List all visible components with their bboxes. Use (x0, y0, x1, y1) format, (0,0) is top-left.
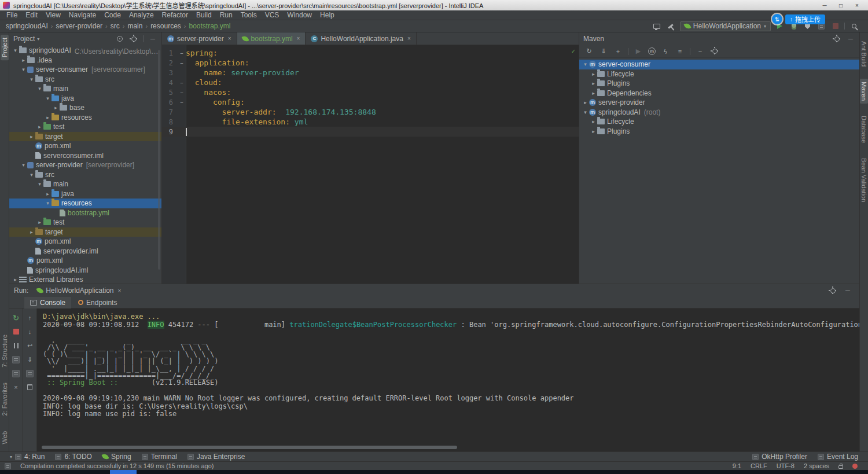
editor-line[interactable]: 9 (162, 127, 579, 137)
down-stack-trace-icon[interactable]: ↓ (25, 327, 35, 336)
tree-collapse-icon[interactable]: ▾ (28, 172, 35, 178)
scroll-to-end-icon[interactable]: ⇓ (25, 355, 35, 364)
tool-window-toggle-icon[interactable] (5, 463, 11, 469)
editor-line[interactable]: 8 file-extension: yml (162, 117, 579, 127)
project-row-test[interactable]: ▸test (9, 122, 161, 132)
tree-collapse-icon[interactable]: ▾ (36, 86, 43, 91)
project-row-resources[interactable]: ▾resources (9, 199, 161, 208)
fold-collapse-icon[interactable]: − (178, 50, 186, 56)
maven-row-springcloudai[interactable]: ▾mspringcloudAI(root) (579, 108, 859, 117)
menu-file[interactable]: File (2, 11, 21, 19)
run-config-select[interactable]: HelloWorldApplication ▾ (680, 21, 771, 31)
maven-toggle-skip-tests-icon[interactable]: ϟ (661, 47, 670, 56)
maven-row-lifecycle[interactable]: ▸Lifecycle (579, 117, 859, 127)
console-output[interactable]: D:\java\jdk\bin\java.exe ...2020-09-08 0… (37, 308, 859, 451)
hide-panel-icon[interactable]: ─ (843, 286, 852, 295)
tool-window-button-java-enterprise[interactable]: Java Enterprise (182, 452, 250, 461)
settings-gear-icon[interactable] (129, 34, 138, 43)
editor-body[interactable]: 1−spring:2− application:3 name: server-p… (162, 45, 579, 284)
menu-edit[interactable]: Edit (21, 11, 42, 19)
tree-expand-icon[interactable]: ▸ (28, 134, 35, 139)
notifications-icon[interactable] (852, 464, 858, 469)
tree-collapse-icon[interactable]: ▾ (44, 95, 52, 101)
tree-expand-icon[interactable]: ▸ (590, 128, 597, 134)
statusbar-widget-okhttp-profiler[interactable]: OkHttp Profiler (747, 452, 812, 461)
hammer-build-icon[interactable] (666, 21, 676, 31)
project-row-server-consumer[interactable]: ▾server-consumer[serverconsumer] (9, 65, 161, 75)
menu-refactor[interactable]: Refactor (158, 11, 192, 19)
maven-download-sources-icon[interactable]: ⇓ (599, 47, 608, 56)
project-row-springcloudai-iml[interactable]: springcloudAI.iml (9, 266, 161, 275)
readonly-lock-icon[interactable] (838, 465, 843, 469)
maximize-button[interactable]: □ (833, 2, 849, 9)
tool-window-button-ant-build[interactable]: Ant Build (860, 38, 868, 69)
tree-expand-icon[interactable]: ▸ (28, 229, 35, 235)
menu-code[interactable]: Code (100, 11, 125, 19)
menu-analyze[interactable]: Analyze (125, 11, 158, 19)
close-icon[interactable]: × (12, 383, 21, 392)
print-icon[interactable] (25, 369, 35, 378)
tool-window-button-4-run[interactable]: ▾4: Run (5, 452, 50, 461)
project-row-java[interactable]: ▾java (9, 94, 161, 104)
pause-output-icon[interactable] (12, 341, 21, 350)
project-scrollbar[interactable] (158, 50, 160, 270)
dropdown-caret-icon[interactable]: ▾ (10, 454, 12, 460)
breadcrumb-server-provider[interactable]: server-provider (56, 22, 102, 30)
indent-widget[interactable]: 2 spaces (804, 462, 829, 469)
monitor-icon[interactable] (652, 21, 662, 31)
tool-window-button-spring[interactable]: Spring (97, 452, 137, 461)
stop-icon[interactable] (12, 327, 21, 336)
locate-file-icon[interactable] (115, 34, 124, 43)
maven-refresh-icon[interactable]: ↻ (584, 47, 594, 56)
soft-wrap-icon[interactable]: ↩ (25, 341, 35, 350)
tree-expand-icon[interactable]: ▸ (12, 277, 19, 282)
project-row-base[interactable]: ▸base (9, 103, 161, 113)
project-row-pom-xml[interactable]: mpom.xml (9, 256, 161, 266)
menu-tools[interactable]: Tools (237, 11, 261, 19)
maven-row-lifecycle[interactable]: ▸Lifecycle (579, 69, 859, 79)
project-row-springcloudai[interactable]: ▾springcloudAIC:\Users\reality\Desktop\学… (9, 46, 161, 56)
editor-line[interactable]: 3 name: server-provider (162, 68, 579, 78)
close-tab-icon[interactable]: × (228, 35, 231, 42)
project-row-target[interactable]: ▸target (9, 132, 161, 142)
breadcrumb-main[interactable]: main (127, 22, 142, 30)
tree-expand-icon[interactable]: ▸ (36, 124, 43, 130)
maven-show-dependencies-icon[interactable]: ≡ (675, 47, 685, 56)
rerun-icon[interactable]: ↻ (12, 313, 21, 322)
maven-row-server-consumer[interactable]: ▾mserver-consumer (579, 60, 859, 69)
maven-execute-goal-icon[interactable]: m (648, 47, 656, 55)
maven-row-server-provider[interactable]: ▸mserver-provider (579, 98, 859, 108)
project-row-serverconsumer-iml[interactable]: serverconsumer.iml (9, 151, 161, 161)
project-row-main[interactable]: ▾main (9, 84, 161, 94)
project-row-resources[interactable]: ▸resources (9, 113, 161, 123)
breadcrumb-src[interactable]: src (111, 22, 120, 30)
maven-settings-icon[interactable] (710, 47, 719, 56)
drag-upload-button[interactable]: ↑ 拖拽上传 (785, 14, 825, 24)
pin-tab-icon[interactable] (12, 369, 21, 378)
tab-endpoints[interactable]: Endpoints (72, 297, 123, 308)
close-tab-icon[interactable]: × (297, 35, 300, 42)
tree-collapse-icon[interactable]: ▾ (12, 47, 19, 53)
hide-panel-icon[interactable]: ─ (846, 34, 855, 43)
tool-window-button-2-favorites[interactable]: 2: Favorites (1, 380, 9, 418)
editor-line[interactable]: 5− nacos: (162, 87, 579, 97)
tree-expand-icon[interactable]: ▸ (590, 90, 597, 96)
menu-run[interactable]: Run (216, 11, 237, 19)
menu-window[interactable]: Window (283, 11, 316, 19)
tree-expand-icon[interactable]: ▸ (52, 105, 60, 111)
tool-window-button-7-structure[interactable]: 7: Structure (1, 332, 9, 370)
fold-collapse-icon[interactable]: − (178, 80, 186, 86)
breadcrumb-bootstrap-yml[interactable]: bootstrap.yml (189, 22, 230, 30)
breadcrumb-springcloudai[interactable]: springcloudAI (6, 22, 48, 30)
settings-gear-icon[interactable] (828, 286, 837, 295)
project-row-test[interactable]: ▸test (9, 218, 161, 227)
tree-expand-icon[interactable]: ▸ (590, 119, 597, 124)
editor-tab-server-provider[interactable]: mserver-provider× (162, 32, 237, 45)
maven-collapse-all-icon[interactable]: − (696, 47, 705, 56)
project-row-pom-xml[interactable]: mpom.xml (9, 141, 161, 151)
close-button[interactable]: × (849, 2, 865, 9)
hide-panel-icon[interactable]: ─ (148, 34, 157, 43)
project-row-bootstrap-yml[interactable]: bootstrap.yml (9, 208, 161, 218)
tree-collapse-icon[interactable]: ▾ (44, 200, 52, 206)
upload-tool-logo-icon[interactable]: ⇅ (772, 14, 782, 24)
